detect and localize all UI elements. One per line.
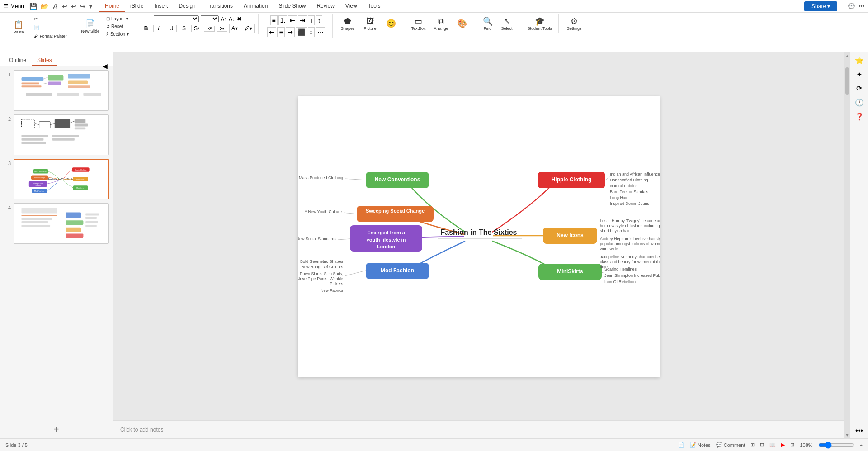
bullets-button[interactable]: ≡ xyxy=(270,15,278,25)
zoom-in-button[interactable]: + xyxy=(860,442,863,448)
right-panel-icon-5[interactable]: ❓ xyxy=(855,112,864,121)
font-size-select[interactable] xyxy=(201,15,219,22)
font-name-select[interactable] xyxy=(154,15,199,22)
svg-line-79 xyxy=(338,239,350,240)
clear-format-icon[interactable]: ✖ xyxy=(237,16,241,22)
underline-button[interactable]: U xyxy=(166,25,177,32)
right-panel-icon-3[interactable]: ⟳ xyxy=(856,84,862,93)
tab-transitions[interactable]: Transitions xyxy=(201,1,238,12)
grid-view-button[interactable]: ⊟ xyxy=(760,442,764,448)
tab-insert[interactable]: Insert xyxy=(149,1,173,12)
tab-review[interactable]: Review xyxy=(311,1,340,12)
copy-button[interactable]: 📄 xyxy=(32,24,69,31)
tab-outline[interactable]: Outline xyxy=(4,55,32,66)
tab-design[interactable]: Design xyxy=(173,1,201,12)
subscript-button[interactable]: X₂ xyxy=(217,26,227,32)
slide-item-3[interactable]: 3 Fashion in The Sixties New Conventions… xyxy=(4,159,109,199)
scroll-down-button[interactable]: ▼ xyxy=(845,432,849,437)
tab-tools[interactable]: Tools xyxy=(363,1,386,12)
slide-item-2[interactable]: 2 xyxy=(4,114,109,155)
textbox-button[interactable]: ▭ TextBox xyxy=(409,15,429,33)
slide-item-1[interactable]: 1 xyxy=(4,70,109,111)
print-icon[interactable]: 🖨 xyxy=(52,3,58,10)
fit-to-window-button[interactable]: ⊡ xyxy=(790,442,794,448)
picture-button[interactable]: 🖼 Picture xyxy=(361,15,379,33)
settings-button[interactable]: ⚙ Settings xyxy=(564,15,585,33)
line-spacing-button[interactable]: ↕ xyxy=(308,27,315,37)
more-icon[interactable]: ••• xyxy=(859,3,864,9)
format-painter-button[interactable]: 🖌 Format Painter xyxy=(32,33,69,39)
add-slide-button[interactable]: + xyxy=(0,421,113,438)
right-panel-icon-2[interactable]: ✦ xyxy=(856,70,862,79)
superscript-button[interactable]: X² xyxy=(204,26,215,32)
svg-rect-24 xyxy=(22,142,46,144)
align-right-button[interactable]: ➡ xyxy=(286,27,295,37)
face-icon-button[interactable]: 😊 xyxy=(383,18,399,30)
font-size-decrease-icon[interactable]: A↓ xyxy=(229,16,235,22)
strikethrough-button[interactable]: S xyxy=(179,25,189,32)
slide-canvas[interactable]: Fashion in The Sixties New Conventions S… xyxy=(298,96,660,377)
columns-button[interactable]: ⫿ xyxy=(308,15,315,25)
arrange-button[interactable]: ⧉ Arrange xyxy=(431,15,451,33)
section-button[interactable]: § Section ▾ xyxy=(104,31,131,38)
shadow-button[interactable]: S² xyxy=(191,25,202,32)
normal-view-button[interactable]: ⊞ xyxy=(750,442,755,448)
right-panel-icon-6[interactable]: ••• xyxy=(855,427,863,435)
tab-home[interactable]: Home xyxy=(99,1,125,12)
undo2-icon[interactable]: ↩ xyxy=(71,3,76,10)
font-size-increase-icon[interactable]: A↑ xyxy=(221,16,227,22)
slide-item-4[interactable]: 4 xyxy=(4,203,109,244)
cut-button[interactable]: ✂ xyxy=(32,15,69,22)
find-label: Find xyxy=(484,26,492,31)
comment-button[interactable]: 💬 Comment xyxy=(716,442,745,448)
tab-islide[interactable]: iSlide xyxy=(125,1,149,12)
scroll-thumb[interactable] xyxy=(845,67,849,95)
right-panel-icon-4[interactable]: 🕐 xyxy=(855,98,864,107)
shapes-button[interactable]: ⬟ Shapes xyxy=(338,15,358,33)
svg-text:New Conventions: New Conventions xyxy=(375,176,420,183)
justify-button[interactable]: ⬛ xyxy=(296,27,307,37)
highlight-button[interactable]: 🖍▾ xyxy=(242,24,255,33)
slide-view-icon[interactable]: 📄 xyxy=(678,442,684,448)
layout-button[interactable]: ⊞ Layout ▾ xyxy=(104,15,131,22)
paste-button[interactable]: 📋 Paste xyxy=(7,19,30,36)
notes-toggle-button[interactable]: 📝 Notes xyxy=(690,442,711,448)
reading-view-button[interactable]: 📖 xyxy=(769,442,776,448)
menu-button[interactable]: ☰ Menu xyxy=(4,3,24,9)
tab-slideshow[interactable]: Slide Show xyxy=(273,1,311,12)
save-icon[interactable]: 💾 xyxy=(29,3,37,10)
indent-right-button[interactable]: ⇥ xyxy=(298,15,307,25)
student-tools-button[interactable]: 🎓 Student Tools xyxy=(525,15,555,33)
select-button[interactable]: ↖ Select xyxy=(499,15,515,33)
align-center-button[interactable]: ≡ xyxy=(277,27,284,37)
presentation-button[interactable]: ▶ xyxy=(781,442,785,448)
bold-button[interactable]: B xyxy=(141,25,151,32)
notes-bar[interactable]: Click to add notes xyxy=(113,420,844,438)
text-direction-button[interactable]: ↕ xyxy=(316,15,322,25)
undo-icon[interactable]: ↩ xyxy=(62,3,67,10)
open-icon[interactable]: 📂 xyxy=(41,3,48,10)
redo-icon[interactable]: ↪ xyxy=(80,3,85,10)
numbering-button[interactable]: 1. xyxy=(278,15,288,25)
new-slide-button[interactable]: 📄 New Slide xyxy=(79,18,103,35)
svg-text:her new style of fashion inclu: her new style of fashion including her xyxy=(600,223,660,228)
tab-animation[interactable]: Animation xyxy=(238,1,273,12)
reset-button[interactable]: ↺ Reset xyxy=(104,23,131,30)
italic-button[interactable]: I xyxy=(153,25,164,32)
indent-left-button[interactable]: ⇤ xyxy=(288,15,297,25)
zoom-slider[interactable] xyxy=(818,442,854,449)
font-color-button[interactable]: A▾ xyxy=(229,24,240,33)
fill-color-button[interactable]: 🎨 xyxy=(454,18,470,30)
scroll-up-button[interactable]: ▲ xyxy=(845,53,849,58)
dropdown-icon[interactable]: ▾ xyxy=(89,3,92,10)
canvas-scrollbar[interactable]: ▲ ▼ xyxy=(844,52,850,438)
right-panel-icon-1[interactable]: ⭐ xyxy=(855,56,864,65)
align-left-button[interactable]: ⬅ xyxy=(267,27,276,37)
more-para-button[interactable]: ⋯ xyxy=(316,27,326,37)
tab-slides[interactable]: Slides xyxy=(32,55,57,66)
chat-icon[interactable]: 💬 xyxy=(848,3,855,9)
tab-view[interactable]: View xyxy=(340,1,363,12)
find-button[interactable]: 🔍 Find xyxy=(480,15,496,33)
reset-label: Reset xyxy=(111,24,123,29)
share-button[interactable]: Share ▾ xyxy=(804,1,837,11)
